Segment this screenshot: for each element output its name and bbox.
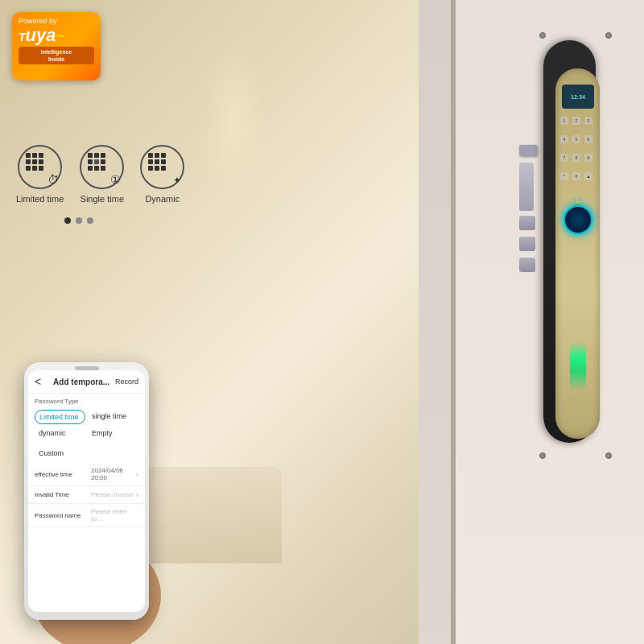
invalid-time-arrow: › (136, 490, 138, 499)
screw-bottom-left (539, 452, 546, 459)
password-name-label: Password name (35, 512, 91, 519)
key-8[interactable]: 8 (572, 154, 580, 162)
key-star[interactable]: * (560, 172, 568, 180)
smart-lock-device: 12:34 1 2 3 4 5 6 7 8 9 * 0 ▲ 🔒 (535, 24, 608, 491)
app-title-text: Add tempora... (47, 378, 115, 386)
lock-body: 12:34 1 2 3 4 5 6 7 8 9 * 0 ▲ 🔒 (543, 40, 596, 443)
app-record-button[interactable]: Record (115, 378, 138, 386)
screw-top-right (605, 32, 612, 39)
single-time-label: Single time (80, 194, 124, 204)
pwd-option-dynamic[interactable]: dynamic (35, 427, 85, 440)
effective-time-arrow: › (136, 470, 138, 479)
fingerprint-sensor[interactable] (564, 205, 592, 234)
key-hash[interactable]: ▲ (584, 172, 592, 180)
key-1[interactable]: 1 (560, 117, 568, 125)
invalid-time-value: Please choose (91, 491, 136, 498)
password-name-value: Please enter (o... (91, 508, 138, 522)
invalid-time-field[interactable]: Invalid Time Please choose › (28, 486, 145, 504)
tuya-intelligence-text: IntelligenceInside (19, 47, 94, 64)
pwd-option-single-time[interactable]: single time (88, 410, 138, 424)
app-back-button[interactable]: < (35, 375, 41, 388)
dynamic-icon: ✦ (140, 145, 184, 189)
features-row: ⏱ Limited time ① Single time ✦ Dynamic (16, 145, 258, 204)
feature-limited-time: ⏱ Limited time (16, 145, 64, 204)
screw-bottom-right (605, 452, 612, 459)
key-3[interactable]: 3 (584, 117, 592, 125)
lock-display: 12:34 (562, 85, 594, 109)
dot-1 (64, 217, 71, 224)
key-5[interactable]: 5 (572, 135, 580, 143)
lock-mechanical (519, 145, 539, 272)
lock-led-strip (570, 342, 586, 390)
app-header: < Add tempora... Record (28, 370, 145, 394)
key-2[interactable]: 2 (572, 117, 580, 125)
feature-dynamic: ✦ Dynamic (140, 145, 184, 204)
pwd-option-limited-time[interactable]: Limited time (35, 410, 85, 424)
key-9[interactable]: 9 (584, 154, 592, 162)
dot-2 (76, 217, 82, 224)
lock-bolt-top (519, 145, 537, 156)
password-type-label: Password Type (28, 394, 145, 407)
tuya-badge: Powered by Tuya~ IntelligenceInside (12, 12, 101, 80)
lock-keypad: 1 2 3 4 5 6 7 8 9 * 0 ▲ (560, 117, 595, 189)
password-type-grid: Limited time single time dynamic Empty (28, 407, 145, 443)
effective-time-field[interactable]: effective time 2024/04/06 20:00 › (28, 463, 145, 486)
key-4[interactable]: 4 (560, 135, 568, 143)
screw-top-left (539, 32, 546, 39)
key-6[interactable]: 6 (584, 135, 592, 143)
key-7[interactable]: 7 (560, 154, 568, 162)
lock-panel: 12:34 1 2 3 4 5 6 7 8 9 * 0 ▲ 🔒 (555, 68, 600, 439)
pwd-option-custom[interactable]: Custom (35, 447, 68, 460)
key-0[interactable]: 0 (572, 172, 580, 180)
limited-time-icon: ⏱ (18, 145, 62, 189)
pwd-option-empty[interactable]: Empty (88, 427, 138, 440)
phone-screen: < Add tempora... Record Password Type Li… (28, 370, 145, 612)
invalid-time-label: Invalid Time (35, 491, 91, 498)
lock-bracket-2 (519, 237, 535, 251)
password-name-field[interactable]: Password name Please enter (o... (28, 504, 145, 527)
dynamic-label: Dynamic (145, 194, 180, 204)
dots-indicator (64, 217, 93, 224)
lock-bracket-3 (519, 258, 535, 272)
effective-time-label: effective time (35, 471, 91, 478)
single-time-icon: ① (80, 145, 124, 189)
tuya-powered-by-text: Powered by (19, 17, 94, 25)
lock-plate (519, 163, 534, 211)
limited-time-label: Limited time (16, 194, 64, 204)
dot-3 (87, 217, 93, 224)
tuya-logo-text: Tuya~ (19, 27, 94, 44)
feature-single-time: ① Single time (80, 145, 124, 204)
lock-bracket-1 (519, 216, 535, 230)
effective-time-value: 2024/04/06 20:00 (91, 467, 136, 481)
phone-outer: < Add tempora... Record Password Type Li… (24, 362, 149, 620)
